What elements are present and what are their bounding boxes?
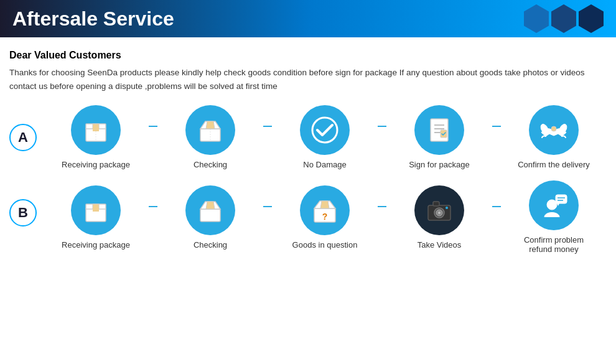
step-a4-icon-wrap <box>414 105 464 155</box>
step-b2-icon-wrap <box>185 185 235 235</box>
step-b3: ? Goods in question <box>272 185 378 250</box>
connector-b4 <box>492 206 501 207</box>
step-a3-icon-wrap <box>300 105 350 155</box>
header-decoration <box>521 0 604 37</box>
step-b5: Confirm problem refund money <box>501 180 607 254</box>
svg-point-34 <box>446 207 448 209</box>
step-a5: Confirm the delivery <box>501 105 607 169</box>
step-a5-label: Confirm the delivery <box>518 160 590 169</box>
handshake-icon-a5 <box>538 115 569 145</box>
connector-b2 <box>263 206 272 207</box>
refund-icon-b5 <box>538 190 569 221</box>
svg-marker-24 <box>206 202 215 209</box>
sign-doc-icon-a4 <box>424 115 454 145</box>
box-question-icon-b3: ? <box>309 195 340 226</box>
step-b3-icon-wrap: ? <box>300 185 350 235</box>
step-b1-icon-wrap <box>71 185 121 235</box>
step-a2-icon-wrap <box>185 105 235 155</box>
step-a3-label: No Damage <box>303 160 346 169</box>
svg-rect-21 <box>93 208 99 212</box>
row-a: A Receiving package <box>9 105 607 169</box>
svg-point-15 <box>551 126 556 131</box>
step-a4-label: Sign for package <box>409 160 470 169</box>
connector-b3 <box>378 206 386 207</box>
step-a1-label: Receiving package <box>62 160 130 169</box>
svg-marker-27 <box>320 201 329 208</box>
box-open-icon-b2 <box>195 195 225 225</box>
svg-rect-36 <box>556 195 567 203</box>
svg-rect-33 <box>433 202 439 206</box>
hexagon-2 <box>551 4 576 33</box>
svg-rect-22 <box>200 209 220 222</box>
description-text: Thanks for choosing SeenDa products plea… <box>9 66 607 93</box>
hexagon-1 <box>524 4 549 33</box>
step-b5-icon-wrap <box>529 180 579 230</box>
step-b3-label: Goods in question <box>292 240 358 250</box>
step-a5-icon-wrap <box>529 105 579 155</box>
connector-a2 <box>263 126 272 127</box>
step-b2-label: Checking <box>194 240 227 250</box>
step-b4: Take Videos <box>386 185 492 250</box>
step-a1-icon-wrap <box>71 105 121 155</box>
box-open-icon-a2 <box>195 115 225 145</box>
svg-point-32 <box>438 212 441 214</box>
main-content: Dear Valued Customers Thanks for choosin… <box>0 37 616 271</box>
step-b1: Receiving package <box>43 185 149 250</box>
svg-text:?: ? <box>322 212 328 222</box>
step-b4-label: Take Videos <box>418 240 462 250</box>
header: Aftersale Service <box>0 0 616 37</box>
hexagon-3 <box>579 4 604 33</box>
step-a2: Checking <box>157 105 263 169</box>
svg-marker-37 <box>557 203 559 206</box>
step-a2-label: Checking <box>194 160 227 169</box>
header-title: Aftersale Service <box>12 7 174 30</box>
camera-icon-b4 <box>424 195 454 225</box>
box-closed-icon-a1 <box>81 115 111 145</box>
badge-a: A <box>9 124 37 151</box>
step-b5-label: Confirm problem refund money <box>524 235 584 254</box>
connector-a1 <box>149 126 157 127</box>
step-a1: Receiving package <box>43 105 149 169</box>
box-closed-icon-b1 <box>81 195 111 225</box>
step-b1-label: Receiving package <box>62 240 130 250</box>
connector-a4 <box>492 126 501 127</box>
step-a3: No Damage <box>272 105 378 169</box>
connector-a3 <box>378 126 386 127</box>
step-b4-icon-wrap <box>414 185 464 235</box>
row-b: B Receiving package <box>9 180 607 254</box>
step-b2: Checking <box>157 185 263 250</box>
steps-b: Receiving package Checking <box>43 180 607 254</box>
steps-a: Receiving package Checking <box>43 105 607 169</box>
step-a4: Sign for package <box>386 105 492 169</box>
badge-b: B <box>9 199 37 226</box>
svg-marker-7 <box>206 121 215 129</box>
connector-b1 <box>149 206 157 207</box>
dear-title: Dear Valued Customers <box>9 50 607 61</box>
checkmark-icon-a3 <box>311 116 338 144</box>
